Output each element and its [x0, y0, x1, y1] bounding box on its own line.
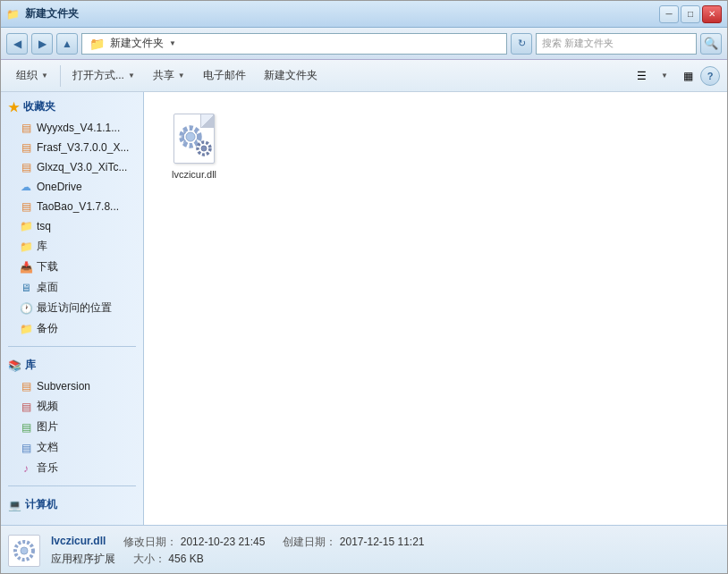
minimize-button[interactable]: ─ — [659, 5, 679, 23]
organize-dropdown-icon: ▼ — [41, 72, 48, 80]
toolbar-right: ☰ ▼ ▦ ? — [631, 65, 720, 87]
status-file-icon — [8, 535, 40, 567]
sidebar-item-download[interactable]: 📥 下载 — [1, 257, 143, 277]
status-modify-label: 修改日期： — [123, 536, 177, 548]
help-button[interactable]: ? — [700, 66, 720, 86]
sidebar-item-label: 文档 — [37, 440, 58, 455]
folder-icon: 📥 — [19, 260, 33, 274]
address-bar: ◀ ▶ ▲ 📁 新建文件夹 ▼ ↻ 搜索 新建文件夹 🔍 — [1, 28, 727, 60]
sidebar-item-wyy[interactable]: ▤ Wyyxds_V4.1.1... — [1, 118, 143, 138]
forward-button[interactable]: ▶ — [31, 33, 53, 55]
video-icon: ▤ — [19, 400, 33, 414]
library-header[interactable]: 📚 库 — [1, 354, 143, 376]
open-with-button[interactable]: 打开方式... ▼ — [64, 63, 143, 89]
folder-icon: 📁 — [6, 8, 20, 21]
status-gear-icon — [12, 538, 37, 563]
view-dropdown-icon: ▼ — [661, 72, 668, 80]
status-size-value: 456 KB — [168, 553, 203, 565]
star-icon: ★ — [8, 100, 20, 114]
status-size: 大小： 456 KB — [133, 552, 204, 567]
computer-icon: 💻 — [8, 499, 21, 511]
stack-icon: ▤ — [19, 160, 33, 174]
view-toggle-button[interactable]: ☰ — [631, 65, 652, 87]
file-label: lvczicur.dll — [172, 169, 216, 180]
sidebar-item-label: tsq — [37, 220, 51, 232]
sidebar-item-onedrive[interactable]: ☁ OneDrive — [1, 177, 143, 197]
stack-icon: ▤ — [19, 140, 33, 155]
svg-point-4 — [21, 547, 28, 554]
sidebar-item-video[interactable]: ▤ 视频 — [1, 396, 143, 417]
sidebar: ★ 收藏夹 ▤ Wyyxds_V4.1.1... ▤ Frasf_V3.7.0.… — [1, 92, 144, 525]
open-dropdown-icon: ▼ — [128, 72, 135, 80]
small-gear-icon — [196, 140, 212, 156]
sidebar-item-tsq[interactable]: 📁 tsq — [1, 216, 143, 236]
library-folder-icon: 📚 — [8, 359, 21, 372]
share-button[interactable]: 共享 ▼ — [145, 63, 193, 89]
sidebar-item-taobao[interactable]: ▤ TaoBao_V1.7.8... — [1, 197, 143, 216]
sidebar-item-desktop[interactable]: 🖥 桌面 — [1, 277, 143, 298]
sidebar-item-music[interactable]: ♪ 音乐 — [1, 458, 143, 478]
address-dropdown-icon: ▼ — [169, 39, 176, 47]
status-bar: lvczicur.dll 修改日期： 2012-10-23 21:45 创建日期… — [1, 525, 727, 574]
folder-icon: 🖥 — [19, 281, 33, 295]
sidebar-item-label: Wyyxds_V4.1.1... — [37, 122, 120, 134]
computer-header[interactable]: 💻 计算机 — [1, 494, 143, 516]
status-create-label: 创建日期： — [283, 536, 336, 548]
sidebar-divider-2 — [8, 485, 136, 486]
sidebar-item-label: OneDrive — [37, 181, 82, 193]
address-field[interactable]: 📁 新建文件夹 ▼ — [81, 33, 507, 55]
sidebar-item-ku[interactable]: 📁 库 — [1, 236, 143, 257]
status-modify: 修改日期： 2012-10-23 21:45 — [123, 535, 265, 550]
open-with-label: 打开方式... — [72, 68, 124, 83]
sidebar-item-subversion[interactable]: ▤ Subversion — [1, 376, 143, 396]
sidebar-divider — [8, 346, 136, 347]
favorites-header[interactable]: ★ 收藏夹 — [1, 96, 143, 118]
stack-icon: ▤ — [19, 199, 33, 214]
file-area[interactable]: lvczicur.dll — [144, 92, 727, 525]
favorites-label: 收藏夹 — [23, 99, 55, 114]
back-button[interactable]: ◀ — [6, 33, 28, 55]
search-button[interactable]: 🔍 — [700, 33, 722, 55]
library-section: 📚 库 ▤ Subversion ▤ 视频 ▤ 图片 ▤ 文档 ♪ 音乐 — [1, 350, 143, 482]
subversion-icon: ▤ — [19, 379, 33, 393]
sidebar-item-recent[interactable]: 🕐 最近访问的位置 — [1, 298, 143, 318]
email-label: 电子邮件 — [203, 68, 246, 83]
svg-point-2 — [201, 146, 207, 151]
status-row-1: lvczicur.dll 修改日期： 2012-10-23 21:45 创建日期… — [51, 535, 425, 550]
stack-icon: ▤ — [19, 121, 33, 135]
library-label: 库 — [25, 358, 36, 373]
sidebar-item-frasf[interactable]: ▤ Frasf_V3.7.0.0_X... — [1, 138, 143, 157]
email-button[interactable]: 电子邮件 — [195, 63, 254, 89]
sidebar-item-label: 图片 — [37, 419, 58, 435]
refresh-button[interactable]: ↻ — [511, 33, 532, 55]
file-item-dll[interactable]: lvczicur.dll — [158, 106, 230, 185]
sidebar-item-backup[interactable]: 📁 备份 — [1, 318, 143, 339]
sidebar-item-doc[interactable]: ▤ 文档 — [1, 437, 143, 458]
status-create: 创建日期： 2017-12-15 11:21 — [283, 535, 424, 550]
folder-icon: 📁 — [19, 240, 33, 254]
status-row-2: 应用程序扩展 大小： 456 KB — [51, 552, 425, 567]
sidebar-item-label: 库 — [37, 239, 47, 254]
toolbar: 组织 ▼ 打开方式... ▼ 共享 ▼ 电子邮件 新建文件夹 ☰ ▼ ▦ ? — [1, 60, 727, 92]
search-field[interactable]: 搜索 新建文件夹 — [536, 33, 697, 55]
close-button[interactable]: ✕ — [702, 5, 722, 23]
cloud-icon: ☁ — [19, 180, 33, 194]
sidebar-item-image[interactable]: ▤ 图片 — [1, 417, 143, 437]
pane-button[interactable]: ▦ — [677, 65, 698, 87]
sidebar-item-glxzq[interactable]: ▤ Glxzq_V3.0_XiTc... — [1, 157, 143, 177]
svg-point-0 — [186, 132, 195, 141]
organize-button[interactable]: 组织 ▼ — [8, 63, 56, 89]
sidebar-item-label: Subversion — [37, 380, 90, 393]
image-icon: ▤ — [19, 420, 33, 435]
folder-icon: 📁 — [19, 219, 33, 233]
newfolder-button[interactable]: 新建文件夹 — [256, 63, 326, 89]
status-filename: lvczicur.dll — [51, 535, 106, 550]
status-modify-value: 2012-10-23 21:45 — [181, 536, 266, 548]
view-dropdown-button[interactable]: ▼ — [654, 65, 675, 87]
newfolder-label: 新建文件夹 — [264, 68, 317, 83]
up-button[interactable]: ▲ — [56, 33, 78, 55]
sidebar-item-label: 音乐 — [37, 460, 58, 476]
main-content: ★ 收藏夹 ▤ Wyyxds_V4.1.1... ▤ Frasf_V3.7.0.… — [1, 92, 727, 525]
share-label: 共享 — [153, 68, 174, 83]
maximize-button[interactable]: □ — [681, 5, 700, 23]
